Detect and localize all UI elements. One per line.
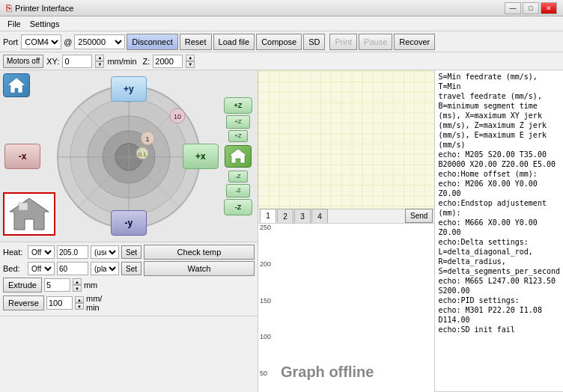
xy-spin-down[interactable]: ▼ [95,61,104,68]
extrude-spinner[interactable]: ▲ ▼ [73,278,82,292]
close-button[interactable]: ✕ [541,2,557,14]
extrude-spin-up[interactable]: ▲ [73,278,82,285]
log-line: S200.00 [438,286,560,295]
extrude-unit-label: mm [84,281,97,290]
minimize-button[interactable]: — [505,2,521,14]
y-label-200: 200 [260,260,271,268]
tabs-row: 1 2 3 4 Send [258,209,435,224]
menu-settings[interactable]: Settings [25,18,64,30]
menu-file[interactable]: File [3,18,25,30]
titlebar: ⎘ Printer Interface — □ ✕ [0,0,563,16]
bed-set-button[interactable]: Set [121,262,141,275]
print-button[interactable]: Print [329,34,357,50]
svg-text:0.1: 0.1 [138,150,147,157]
reverse-row: Reverse ▲ ▼ mm/min [3,294,255,312]
xy-spin-up[interactable]: ▲ [95,55,104,61]
z-controls: +Z +Z +Z -Z -Z -Z [222,70,255,242]
neg-x-button[interactable]: -x [4,144,40,169]
motors-off-button[interactable]: Motors off [3,55,43,68]
reverse-unit-label: mm/min [86,294,102,312]
reverse-spinner[interactable]: ▲ ▼ [75,296,84,310]
reverse-button[interactable]: Reverse [3,295,44,310]
z-spin-down[interactable]: ▼ [186,61,195,68]
log-line: echo: M206 X0.00 Y0.00 [438,179,560,189]
menubar: File Settings [0,16,563,31]
home-xy-button[interactable] [3,73,30,97]
recover-button[interactable]: Recover [394,34,435,50]
grid-area [258,70,435,209]
z-spinner[interactable]: ▲ ▼ [186,55,195,68]
bed-preset-select[interactable]: (pla [91,262,119,275]
neg-y-button[interactable]: -y [111,210,147,236]
disconnect-button[interactable]: Disconnect [127,34,177,50]
log-line: echo: M665 L247.00 R123.50 [438,276,560,286]
home-xy-icon [6,76,27,94]
pos-z-100-button[interactable]: +Z [224,97,252,114]
z-input[interactable] [153,55,183,68]
tab-1[interactable]: 1 [260,209,276,223]
app-title: Printer Interface [15,4,73,13]
svg-marker-0 [7,78,25,93]
neg-z-10-button[interactable]: -Z [226,184,250,197]
pos-y-button[interactable]: +y [111,76,147,102]
pos-x-button[interactable]: +x [183,144,219,169]
bed-temp-input[interactable] [57,262,88,275]
heat-state-select[interactable]: Off [28,245,55,259]
reverse-spin-up[interactable]: ▲ [75,296,84,303]
log-area[interactable]: S=Min feedrate (mm/s), T=Mintravel feedr… [435,70,563,392]
pos-z-1-button[interactable]: +Z [228,130,248,142]
reverse-spin-down[interactable]: ▼ [75,303,84,310]
left-panel: 100 10 1 0.1 +y -y + [0,70,258,392]
watch-button[interactable]: Watch [144,261,255,276]
heat-label: Heat: [3,248,25,257]
right-panel: S=Min feedrate (mm/s), T=Mintravel feedr… [435,70,563,392]
heat-temp-input[interactable] [57,245,88,259]
log-line: (mm/s), E=maximum E jerk [438,130,560,140]
grid-svg [258,70,435,209]
heat-set-button[interactable]: Set [121,245,141,259]
bed-state-select[interactable]: Off [28,262,55,275]
reverse-value-input[interactable] [46,296,73,310]
baud-select[interactable]: 250000 [74,34,125,49]
log-line: S=Min feedrate (mm/s), T=Min [438,72,560,91]
port-select[interactable]: COM4 [21,34,61,49]
joystick-area: 100 10 1 0.1 +y -y + [0,70,258,242]
maximize-button[interactable]: □ [523,2,539,14]
main-area: 100 10 1 0.1 +y -y + [0,70,563,392]
neg-z-100-button[interactable]: -Z [224,199,252,215]
load-file-button[interactable]: Load file [213,34,255,50]
extrude-value-input[interactable] [44,278,70,292]
tab-2[interactable]: 2 [277,209,293,223]
log-line: B20000 X20.00 Z20.00 E5.00 [438,159,560,169]
pos-z-10-button[interactable]: +Z [226,115,250,129]
tab-4[interactable]: 4 [311,209,328,223]
heat-preset-select[interactable]: (use [91,245,119,259]
pos-y-label: +y [124,84,134,94]
log-line: (mm/s) [438,140,560,150]
pos-x-label: +x [195,151,206,162]
check-temp-button[interactable]: Check temp [144,245,255,260]
log-line: echo:Endstop adjustement [438,198,560,208]
tab-3[interactable]: 3 [294,209,311,223]
extrude-spin-down[interactable]: ▼ [73,285,82,292]
pause-button[interactable]: Pause [359,34,392,50]
z-spin-up[interactable]: ▲ [186,55,195,61]
graph-offline-text: Graph offline [281,364,374,381]
send-button[interactable]: Send [405,209,433,223]
y-label-50: 50 [260,370,271,377]
xy-spinner[interactable]: ▲ ▼ [95,55,104,68]
z-label: Z: [143,57,150,66]
log-line: (mm): [438,208,560,218]
xy-label: XY: [46,57,59,66]
extrude-row: Extrude ▲ ▼ mm [3,278,255,293]
sd-button[interactable]: SD [303,34,325,50]
xy-input[interactable] [62,55,92,68]
compose-button[interactable]: Compose [256,34,302,50]
neg-z-1-button[interactable]: -Z [228,171,248,183]
home-z-button[interactable] [225,145,252,168]
extrude-button[interactable]: Extrude [3,278,42,293]
neg-y-label: -y [125,218,133,228]
log-line: Z0.00 [438,189,560,198]
reset-button[interactable]: Reset [180,34,212,50]
log-line: echo:PID settings: [438,295,560,305]
